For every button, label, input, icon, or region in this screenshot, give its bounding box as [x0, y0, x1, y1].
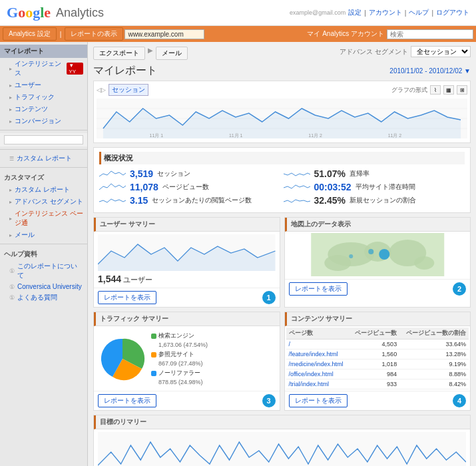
sidebar-customize-title: カスタマイズ — [0, 170, 87, 184]
traffic-report-btn[interactable]: レポートを表示 — [98, 394, 156, 407]
svg-point-15 — [379, 249, 389, 260]
segment-select[interactable]: 全セッション — [411, 46, 471, 57]
traffic-panel: トラフィック サマリー — [93, 312, 280, 411]
user-email: example@gmail.com — [290, 9, 346, 16]
bounce-sparkline — [284, 168, 310, 179]
avg-time-value: 00:03:52 — [314, 182, 352, 192]
sidebar-help-university[interactable]: ① Conversica University — [0, 282, 87, 292]
views-cell: 1,560 — [350, 350, 399, 359]
content-badge: 4 — [453, 394, 466, 407]
user-summary-footer: レポートを表示 1 — [94, 288, 280, 307]
user-badge: 1 — [262, 291, 276, 304]
analytics-settings-btn[interactable]: Analytics 設定 — [3, 27, 57, 41]
sidebar-my-reports-header: マイレポート — [0, 45, 87, 58]
user-report-btn[interactable]: レポートを表示 — [98, 291, 156, 304]
sidebar-item-content[interactable]: ▸ コンテンツ — [0, 103, 87, 115]
logo-g2: g — [33, 4, 40, 21]
page-cell[interactable]: / — [286, 340, 350, 350]
sidebar: マイレポート ▸ インテリジェンス ▼ YY ▸ ユーザー ▸ トラフィック ▸… — [0, 42, 88, 466]
legend-direct-dot — [151, 371, 156, 376]
main-chart-svg: 11月 1 11月 1 11月 2 11月 2 — [97, 99, 467, 138]
report-home-btn[interactable]: レポートの表示 — [65, 27, 123, 41]
sidebar-item-traffic[interactable]: ▸ トラフィック — [0, 91, 87, 103]
sidebar-item-user[interactable]: ▸ ユーザー — [0, 79, 87, 91]
sidebar-help-title: ヘルプ資料 — [0, 247, 87, 260]
sidebar-search[interactable] — [4, 135, 83, 144]
sidebar-customize-email[interactable]: ▸ メール — [0, 229, 87, 241]
traffic-title: トラフィック サマリー — [94, 312, 280, 326]
status-pageviews: 11,078 ページビュー数 — [99, 182, 281, 192]
pps-value: 3.15 — [130, 195, 148, 206]
chart-line-btn[interactable]: ⌇ — [430, 85, 441, 95]
nav-search-input[interactable] — [387, 29, 473, 39]
user-stat: 1,544 ユーザー — [98, 274, 276, 285]
date-range[interactable]: 2010/11/02 - 2010/12/02 ▼ — [389, 67, 471, 75]
sessions-sparkline — [99, 168, 126, 179]
goals-panel: 目標のリマリー 68 コンバージョン数 レポートを表示 5 — [93, 415, 471, 466]
page-cell[interactable]: /office/index.html — [286, 369, 350, 379]
top-panels-row: ユーザー サマリー 1,544 ユーザー レポートを表示 1 — [93, 217, 471, 308]
chart-label[interactable]: セッション — [109, 84, 148, 96]
svg-point-13 — [414, 256, 434, 270]
content-footer: レポートを表示 4 — [285, 391, 471, 410]
col-views: ページビュー数 — [350, 328, 399, 340]
geo-badge: 2 — [453, 282, 466, 296]
svg-text:11月 1: 11月 1 — [229, 133, 243, 138]
pageviews-label: ページビュー数 — [162, 182, 209, 192]
email-btn[interactable]: メール — [156, 47, 188, 60]
settings-link[interactable]: 設定 — [348, 8, 361, 17]
sidebar-item-intelligence[interactable]: ▸ インテリジェンス ▼ YY — [0, 58, 87, 79]
export-btn[interactable]: エクスポート — [93, 47, 145, 60]
page-cell[interactable]: /medicine/index.html — [286, 359, 350, 369]
header-right: example@gmail.com 設定 | アカウント | ヘルプ | ログア… — [290, 8, 469, 17]
logo-o2: o — [25, 4, 33, 21]
chart-bar-btn[interactable]: ▦ — [443, 85, 454, 95]
status-avg-time: 00:03:52 平均サイト滞在時間 — [284, 182, 465, 192]
bounce-value: 51.07% — [314, 168, 346, 179]
logo: Google Analytics — [7, 4, 104, 21]
sidebar-help-faq[interactable]: ① よくある質問 — [0, 292, 87, 304]
content-summary-title: コンテンツ サマリー — [285, 312, 471, 326]
geo-report-btn[interactable]: レポートを表示 — [289, 282, 348, 296]
table-row: /trial/index.html9338.42% — [286, 379, 469, 389]
sidebar-item-custom-report[interactable]: ☰ カスタム レポート — [0, 152, 87, 164]
sidebar-customize-segment[interactable]: ▸ アドバンス セグメント — [0, 196, 87, 208]
status-left: 3,519 セッション 11,078 ページビュー数 — [99, 168, 281, 208]
logout-link[interactable]: ログアウト — [436, 8, 469, 17]
chart-options-btn[interactable]: ⊞ — [457, 85, 467, 95]
goals-body: 68 コンバージョン数 — [94, 429, 470, 466]
page-cell[interactable]: /feature/index.html — [286, 350, 350, 359]
sidebar-item-conversion[interactable]: ▸ コンバージョン — [0, 115, 87, 127]
percent-cell: 33.64% — [399, 340, 469, 350]
traffic-badge: 3 — [262, 394, 276, 407]
new-sessions-value: 32.45% — [314, 195, 346, 206]
sidebar-content-label: コンテンツ — [15, 105, 48, 114]
direct-value: 878.85 (24.98%) — [158, 379, 208, 385]
url-input[interactable] — [124, 29, 204, 39]
sidebar-customize-custom[interactable]: ▸ カスタム レポート — [0, 184, 87, 196]
content-report-btn[interactable]: レポートを表示 — [289, 394, 348, 407]
views-cell: 1,018 — [350, 359, 399, 369]
views-cell: 933 — [350, 379, 399, 389]
sep1: | — [364, 9, 366, 17]
nav-sep: | — [58, 31, 64, 38]
logo-g: G — [7, 4, 18, 21]
status-title: 概況状況 — [99, 152, 465, 164]
sidebar-help-report[interactable]: ① このレポートについて — [0, 260, 87, 282]
user-summary-panel: ユーザー サマリー 1,544 ユーザー レポートを表示 1 — [93, 217, 280, 308]
avg-time-sparkline — [284, 182, 310, 192]
content-table: ページ数 ページビュー数 ページビュー数の割合 /4,50333.64% /fe… — [286, 328, 469, 389]
report-title: マイレポート — [93, 64, 157, 78]
page-cell[interactable]: /trial/index.html — [286, 379, 350, 389]
geo-footer: レポートを表示 2 — [285, 279, 471, 298]
goals-title: 目標のリマリー — [94, 415, 470, 429]
svg-point-16 — [368, 249, 373, 254]
sidebar-customize-intelligence[interactable]: ▸ インテリジェンス ページ通 — [0, 208, 87, 229]
account-link[interactable]: アカウント — [369, 8, 402, 17]
help-link[interactable]: ヘルプ — [409, 8, 429, 17]
table-row: /medicine/index.html1,0189.19% — [286, 359, 469, 369]
legend-referral: 参照元サイト — [151, 350, 208, 359]
chart-header: ◁▷ セッション グラフの形式 ⌇ ▦ ⊞ — [97, 84, 467, 96]
segment-bar: アドバンス セグメント 全セッション — [340, 46, 471, 57]
sidebar-traffic-label: トラフィック — [15, 93, 55, 102]
